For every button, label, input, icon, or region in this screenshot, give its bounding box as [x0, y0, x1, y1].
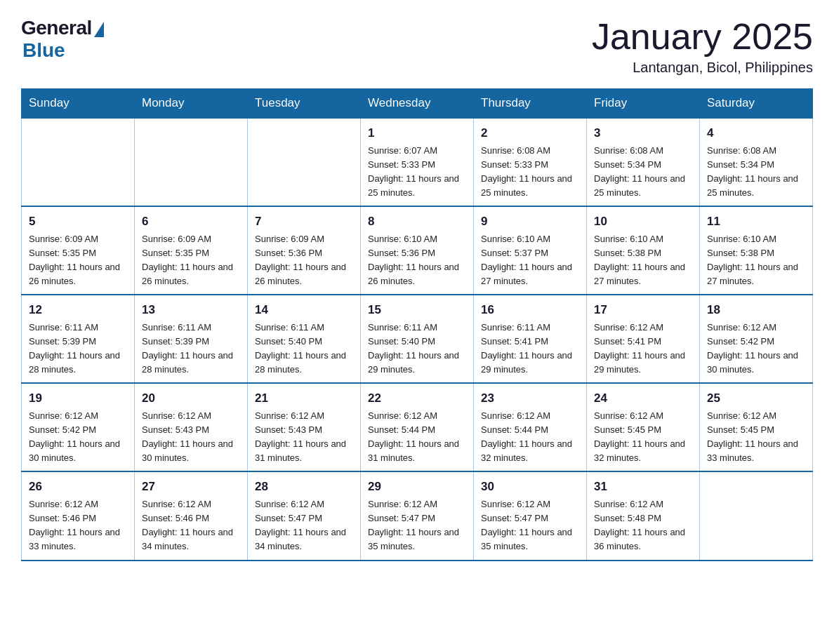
calendar-cell: 21Sunrise: 6:12 AM Sunset: 5:43 PM Dayli… [248, 383, 361, 471]
calendar-week-row-1: 1Sunrise: 6:07 AM Sunset: 5:33 PM Daylig… [22, 118, 813, 206]
day-info: Sunrise: 6:12 AM Sunset: 5:43 PM Dayligh… [255, 409, 353, 466]
day-info: Sunrise: 6:12 AM Sunset: 5:43 PM Dayligh… [142, 409, 240, 466]
day-number: 25 [707, 389, 805, 408]
calendar-cell: 29Sunrise: 6:12 AM Sunset: 5:47 PM Dayli… [361, 471, 474, 560]
calendar-cell: 14Sunrise: 6:11 AM Sunset: 5:40 PM Dayli… [248, 295, 361, 383]
day-info: Sunrise: 6:08 AM Sunset: 5:34 PM Dayligh… [707, 144, 805, 201]
day-info: Sunrise: 6:10 AM Sunset: 5:36 PM Dayligh… [368, 232, 466, 289]
day-info: Sunrise: 6:12 AM Sunset: 5:48 PM Dayligh… [594, 497, 692, 554]
calendar-cell: 5Sunrise: 6:09 AM Sunset: 5:35 PM Daylig… [22, 206, 135, 295]
day-info: Sunrise: 6:11 AM Sunset: 5:40 PM Dayligh… [255, 321, 353, 377]
calendar-cell: 1Sunrise: 6:07 AM Sunset: 5:33 PM Daylig… [361, 118, 474, 206]
day-number: 16 [481, 301, 579, 319]
page: General Blue January 2025 Lantangan, Bic… [0, 0, 834, 578]
header: General Blue January 2025 Lantangan, Bic… [21, 17, 813, 76]
calendar-cell: 26Sunrise: 6:12 AM Sunset: 5:46 PM Dayli… [22, 471, 135, 560]
calendar-cell: 22Sunrise: 6:12 AM Sunset: 5:44 PM Dayli… [361, 383, 474, 471]
day-number: 17 [594, 301, 692, 319]
calendar-cell: 28Sunrise: 6:12 AM Sunset: 5:47 PM Dayli… [248, 471, 361, 560]
calendar-cell: 17Sunrise: 6:12 AM Sunset: 5:41 PM Dayli… [587, 295, 700, 383]
month-title: January 2025 [592, 17, 813, 57]
day-number: 23 [481, 389, 579, 408]
day-number: 12 [29, 301, 127, 319]
day-number: 22 [368, 389, 466, 408]
col-tuesday: Tuesday [248, 89, 361, 119]
day-info: Sunrise: 6:11 AM Sunset: 5:41 PM Dayligh… [481, 321, 579, 377]
day-number: 3 [594, 124, 692, 142]
calendar-header-row: Sunday Monday Tuesday Wednesday Thursday… [22, 89, 813, 119]
day-info: Sunrise: 6:12 AM Sunset: 5:44 PM Dayligh… [481, 409, 579, 466]
calendar-cell: 12Sunrise: 6:11 AM Sunset: 5:39 PM Dayli… [22, 295, 135, 383]
day-info: Sunrise: 6:12 AM Sunset: 5:45 PM Dayligh… [707, 409, 805, 466]
calendar-cell: 27Sunrise: 6:12 AM Sunset: 5:46 PM Dayli… [135, 471, 248, 560]
day-info: Sunrise: 6:09 AM Sunset: 5:35 PM Dayligh… [142, 232, 240, 289]
day-number: 27 [142, 478, 240, 496]
calendar-table: Sunday Monday Tuesday Wednesday Thursday… [21, 88, 813, 561]
col-wednesday: Wednesday [361, 89, 474, 119]
calendar-cell: 7Sunrise: 6:09 AM Sunset: 5:36 PM Daylig… [248, 206, 361, 295]
day-info: Sunrise: 6:12 AM Sunset: 5:44 PM Dayligh… [368, 409, 466, 466]
day-info: Sunrise: 6:11 AM Sunset: 5:39 PM Dayligh… [142, 321, 240, 377]
calendar-cell: 11Sunrise: 6:10 AM Sunset: 5:38 PM Dayli… [700, 206, 813, 295]
calendar-week-row-5: 26Sunrise: 6:12 AM Sunset: 5:46 PM Dayli… [22, 471, 813, 560]
day-info: Sunrise: 6:12 AM Sunset: 5:42 PM Dayligh… [707, 321, 805, 377]
calendar-cell: 24Sunrise: 6:12 AM Sunset: 5:45 PM Dayli… [587, 383, 700, 471]
calendar-week-row-4: 19Sunrise: 6:12 AM Sunset: 5:42 PM Dayli… [22, 383, 813, 471]
day-number: 19 [29, 389, 127, 408]
calendar-cell: 6Sunrise: 6:09 AM Sunset: 5:35 PM Daylig… [135, 206, 248, 295]
calendar-cell [22, 118, 135, 206]
logo-general-text: General [21, 17, 92, 39]
day-number: 6 [142, 213, 240, 231]
col-monday: Monday [135, 89, 248, 119]
day-info: Sunrise: 6:12 AM Sunset: 5:46 PM Dayligh… [142, 497, 240, 554]
calendar-cell: 30Sunrise: 6:12 AM Sunset: 5:47 PM Dayli… [474, 471, 587, 560]
day-info: Sunrise: 6:12 AM Sunset: 5:47 PM Dayligh… [368, 497, 466, 554]
day-number: 30 [481, 478, 579, 496]
day-number: 2 [481, 124, 579, 142]
day-info: Sunrise: 6:11 AM Sunset: 5:39 PM Dayligh… [29, 321, 127, 377]
col-sunday: Sunday [22, 89, 135, 119]
day-info: Sunrise: 6:08 AM Sunset: 5:34 PM Dayligh… [594, 144, 692, 201]
day-info: Sunrise: 6:08 AM Sunset: 5:33 PM Dayligh… [481, 144, 579, 201]
col-friday: Friday [587, 89, 700, 119]
day-number: 11 [707, 213, 805, 231]
calendar-cell: 4Sunrise: 6:08 AM Sunset: 5:34 PM Daylig… [700, 118, 813, 206]
day-number: 29 [368, 478, 466, 496]
day-number: 14 [255, 301, 353, 319]
calendar-cell: 3Sunrise: 6:08 AM Sunset: 5:34 PM Daylig… [587, 118, 700, 206]
day-info: Sunrise: 6:09 AM Sunset: 5:35 PM Dayligh… [29, 232, 127, 289]
calendar-cell: 16Sunrise: 6:11 AM Sunset: 5:41 PM Dayli… [474, 295, 587, 383]
calendar-cell [700, 471, 813, 560]
day-number: 21 [255, 389, 353, 408]
day-info: Sunrise: 6:10 AM Sunset: 5:38 PM Dayligh… [707, 232, 805, 289]
calendar-cell: 2Sunrise: 6:08 AM Sunset: 5:33 PM Daylig… [474, 118, 587, 206]
location: Lantangan, Bicol, Philippines [592, 60, 813, 76]
day-info: Sunrise: 6:07 AM Sunset: 5:33 PM Dayligh… [368, 144, 466, 201]
day-number: 8 [368, 213, 466, 231]
calendar-cell: 20Sunrise: 6:12 AM Sunset: 5:43 PM Dayli… [135, 383, 248, 471]
logo: General Blue [21, 17, 104, 62]
day-number: 13 [142, 301, 240, 319]
day-number: 9 [481, 213, 579, 231]
calendar-cell: 8Sunrise: 6:10 AM Sunset: 5:36 PM Daylig… [361, 206, 474, 295]
day-info: Sunrise: 6:10 AM Sunset: 5:38 PM Dayligh… [594, 232, 692, 289]
calendar-cell: 19Sunrise: 6:12 AM Sunset: 5:42 PM Dayli… [22, 383, 135, 471]
logo-blue-text: Blue [22, 39, 65, 62]
day-number: 10 [594, 213, 692, 231]
day-number: 24 [594, 389, 692, 408]
header-right: January 2025 Lantangan, Bicol, Philippin… [592, 17, 813, 76]
day-number: 18 [707, 301, 805, 319]
day-number: 5 [29, 213, 127, 231]
calendar-cell: 10Sunrise: 6:10 AM Sunset: 5:38 PM Dayli… [587, 206, 700, 295]
day-number: 26 [29, 478, 127, 496]
day-number: 28 [255, 478, 353, 496]
calendar-cell: 31Sunrise: 6:12 AM Sunset: 5:48 PM Dayli… [587, 471, 700, 560]
calendar-cell: 13Sunrise: 6:11 AM Sunset: 5:39 PM Dayli… [135, 295, 248, 383]
day-info: Sunrise: 6:10 AM Sunset: 5:37 PM Dayligh… [481, 232, 579, 289]
day-number: 1 [368, 124, 466, 142]
calendar-cell: 15Sunrise: 6:11 AM Sunset: 5:40 PM Dayli… [361, 295, 474, 383]
day-number: 31 [594, 478, 692, 496]
calendar-cell: 25Sunrise: 6:12 AM Sunset: 5:45 PM Dayli… [700, 383, 813, 471]
day-info: Sunrise: 6:12 AM Sunset: 5:41 PM Dayligh… [594, 321, 692, 377]
day-info: Sunrise: 6:12 AM Sunset: 5:42 PM Dayligh… [29, 409, 127, 466]
